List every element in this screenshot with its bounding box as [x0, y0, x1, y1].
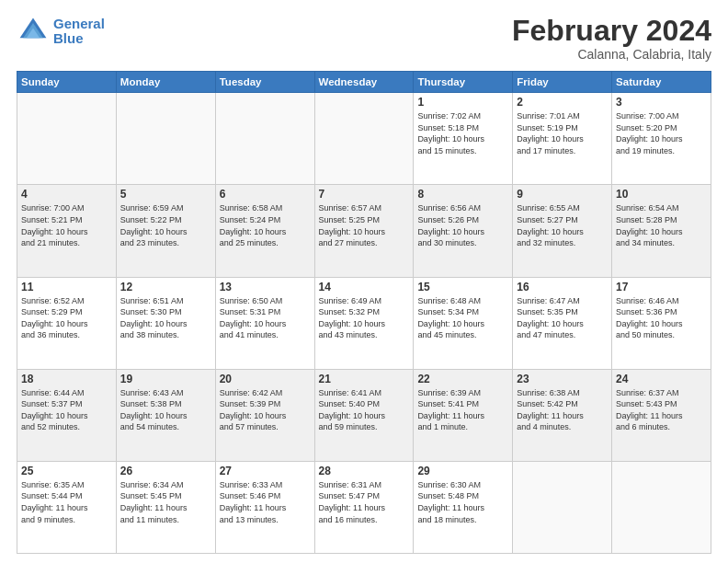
logo-text: General Blue — [53, 17, 105, 47]
day-info: Sunrise: 6:57 AM Sunset: 5:25 PM Dayligh… — [319, 202, 410, 248]
table-row: 20Sunrise: 6:42 AM Sunset: 5:39 PM Dayli… — [215, 369, 314, 461]
table-row: 13Sunrise: 6:50 AM Sunset: 5:31 PM Dayli… — [215, 277, 314, 369]
table-row: 22Sunrise: 6:39 AM Sunset: 5:41 PM Dayli… — [414, 369, 513, 461]
day-number: 3 — [616, 96, 707, 109]
table-row: 26Sunrise: 6:34 AM Sunset: 5:45 PM Dayli… — [116, 461, 215, 553]
table-row: 1Sunrise: 7:02 AM Sunset: 5:18 PM Daylig… — [414, 93, 513, 185]
day-number: 26 — [120, 465, 211, 477]
table-row: 14Sunrise: 6:49 AM Sunset: 5:32 PM Dayli… — [314, 277, 414, 369]
title-block: February 2024 Calanna, Calabria, Italy — [512, 15, 711, 62]
table-row — [612, 461, 711, 553]
day-number: 21 — [319, 373, 410, 385]
day-info: Sunrise: 6:47 AM Sunset: 5:35 PM Dayligh… — [517, 295, 608, 341]
day-info: Sunrise: 6:41 AM Sunset: 5:40 PM Dayligh… — [319, 387, 410, 433]
col-friday: Friday — [513, 72, 612, 93]
table-row: 19Sunrise: 6:43 AM Sunset: 5:38 PM Dayli… — [116, 369, 215, 461]
day-info: Sunrise: 6:54 AM Sunset: 5:28 PM Dayligh… — [616, 202, 707, 248]
day-info: Sunrise: 6:52 AM Sunset: 5:29 PM Dayligh… — [21, 295, 112, 341]
day-number: 23 — [517, 373, 608, 385]
day-info: Sunrise: 6:37 AM Sunset: 5:43 PM Dayligh… — [616, 387, 707, 433]
table-row: 23Sunrise: 6:38 AM Sunset: 5:42 PM Dayli… — [513, 369, 612, 461]
day-info: Sunrise: 6:39 AM Sunset: 5:41 PM Dayligh… — [417, 387, 508, 433]
day-info: Sunrise: 7:00 AM Sunset: 5:20 PM Dayligh… — [616, 110, 707, 156]
table-row: 3Sunrise: 7:00 AM Sunset: 5:20 PM Daylig… — [612, 93, 711, 185]
day-info: Sunrise: 6:46 AM Sunset: 5:36 PM Dayligh… — [616, 295, 707, 341]
day-info: Sunrise: 6:59 AM Sunset: 5:22 PM Dayligh… — [120, 202, 211, 248]
logo: General Blue — [17, 15, 105, 48]
day-info: Sunrise: 6:35 AM Sunset: 5:44 PM Dayligh… — [21, 479, 112, 525]
table-row: 18Sunrise: 6:44 AM Sunset: 5:37 PM Dayli… — [17, 369, 117, 461]
col-monday: Monday — [116, 72, 215, 93]
col-tuesday: Tuesday — [215, 72, 314, 93]
table-row: 11Sunrise: 6:52 AM Sunset: 5:29 PM Dayli… — [17, 277, 117, 369]
col-wednesday: Wednesday — [314, 72, 414, 93]
table-row: 25Sunrise: 6:35 AM Sunset: 5:44 PM Dayli… — [17, 461, 117, 553]
day-number: 6 — [220, 188, 311, 201]
day-number: 25 — [21, 465, 112, 477]
table-row: 21Sunrise: 6:41 AM Sunset: 5:40 PM Dayli… — [314, 369, 414, 461]
calendar-table: Sunday Monday Tuesday Wednesday Thursday… — [17, 71, 711, 554]
calendar-week-row: 4Sunrise: 7:00 AM Sunset: 5:21 PM Daylig… — [17, 185, 711, 277]
day-number: 8 — [417, 188, 508, 201]
table-row: 12Sunrise: 6:51 AM Sunset: 5:30 PM Dayli… — [116, 277, 215, 369]
subtitle: Calanna, Calabria, Italy — [512, 47, 711, 62]
day-info: Sunrise: 6:43 AM Sunset: 5:38 PM Dayligh… — [120, 387, 211, 433]
table-row: 10Sunrise: 6:54 AM Sunset: 5:28 PM Dayli… — [612, 185, 711, 277]
table-row — [314, 93, 414, 185]
calendar-week-row: 25Sunrise: 6:35 AM Sunset: 5:44 PM Dayli… — [17, 461, 711, 553]
table-row — [116, 93, 215, 185]
day-number: 14 — [319, 281, 410, 293]
table-row: 15Sunrise: 6:48 AM Sunset: 5:34 PM Dayli… — [414, 277, 513, 369]
main-title: February 2024 — [512, 15, 711, 47]
day-info: Sunrise: 7:02 AM Sunset: 5:18 PM Dayligh… — [417, 110, 508, 156]
day-number: 16 — [517, 281, 608, 293]
day-info: Sunrise: 6:44 AM Sunset: 5:37 PM Dayligh… — [21, 387, 112, 433]
day-info: Sunrise: 7:00 AM Sunset: 5:21 PM Dayligh… — [21, 202, 112, 248]
table-row: 2Sunrise: 7:01 AM Sunset: 5:19 PM Daylig… — [513, 93, 612, 185]
day-info: Sunrise: 6:30 AM Sunset: 5:48 PM Dayligh… — [417, 479, 508, 525]
day-number: 13 — [220, 281, 311, 293]
day-number: 28 — [319, 465, 410, 477]
day-number: 19 — [120, 373, 211, 385]
day-number: 24 — [616, 373, 707, 385]
table-row: 9Sunrise: 6:55 AM Sunset: 5:27 PM Daylig… — [513, 185, 612, 277]
table-row: 6Sunrise: 6:58 AM Sunset: 5:24 PM Daylig… — [215, 185, 314, 277]
table-row: 27Sunrise: 6:33 AM Sunset: 5:46 PM Dayli… — [215, 461, 314, 553]
day-info: Sunrise: 6:34 AM Sunset: 5:45 PM Dayligh… — [120, 479, 211, 525]
table-row: 24Sunrise: 6:37 AM Sunset: 5:43 PM Dayli… — [612, 369, 711, 461]
day-info: Sunrise: 6:31 AM Sunset: 5:47 PM Dayligh… — [319, 479, 410, 525]
day-number: 20 — [220, 373, 311, 385]
day-info: Sunrise: 6:48 AM Sunset: 5:34 PM Dayligh… — [417, 295, 508, 341]
day-info: Sunrise: 6:50 AM Sunset: 5:31 PM Dayligh… — [220, 295, 311, 341]
day-info: Sunrise: 6:42 AM Sunset: 5:39 PM Dayligh… — [220, 387, 311, 433]
day-info: Sunrise: 6:58 AM Sunset: 5:24 PM Dayligh… — [220, 202, 311, 248]
table-row — [513, 461, 612, 553]
day-number: 29 — [417, 465, 508, 477]
day-number: 12 — [120, 281, 211, 293]
page: General Blue February 2024 Calanna, Cala… — [0, 0, 728, 563]
table-row: 17Sunrise: 6:46 AM Sunset: 5:36 PM Dayli… — [612, 277, 711, 369]
day-number: 11 — [21, 281, 112, 293]
table-row — [17, 93, 117, 185]
day-number: 27 — [220, 465, 311, 477]
table-row: 29Sunrise: 6:30 AM Sunset: 5:48 PM Dayli… — [414, 461, 513, 553]
day-info: Sunrise: 6:38 AM Sunset: 5:42 PM Dayligh… — [517, 387, 608, 433]
calendar-week-row: 18Sunrise: 6:44 AM Sunset: 5:37 PM Dayli… — [17, 369, 711, 461]
table-row: 8Sunrise: 6:56 AM Sunset: 5:26 PM Daylig… — [414, 185, 513, 277]
day-info: Sunrise: 6:56 AM Sunset: 5:26 PM Dayligh… — [417, 202, 508, 248]
day-number: 10 — [616, 188, 707, 201]
table-row: 5Sunrise: 6:59 AM Sunset: 5:22 PM Daylig… — [116, 185, 215, 277]
header: General Blue February 2024 Calanna, Cala… — [17, 15, 711, 62]
day-number: 9 — [517, 188, 608, 201]
day-number: 7 — [319, 188, 410, 201]
day-number: 4 — [21, 188, 112, 201]
day-number: 22 — [417, 373, 508, 385]
logo-icon — [17, 15, 50, 48]
day-info: Sunrise: 6:51 AM Sunset: 5:30 PM Dayligh… — [120, 295, 211, 341]
calendar-week-row: 11Sunrise: 6:52 AM Sunset: 5:29 PM Dayli… — [17, 277, 711, 369]
table-row: 4Sunrise: 7:00 AM Sunset: 5:21 PM Daylig… — [17, 185, 117, 277]
table-row: 28Sunrise: 6:31 AM Sunset: 5:47 PM Dayli… — [314, 461, 414, 553]
day-info: Sunrise: 6:49 AM Sunset: 5:32 PM Dayligh… — [319, 295, 410, 341]
day-info: Sunrise: 6:55 AM Sunset: 5:27 PM Dayligh… — [517, 202, 608, 248]
col-thursday: Thursday — [414, 72, 513, 93]
